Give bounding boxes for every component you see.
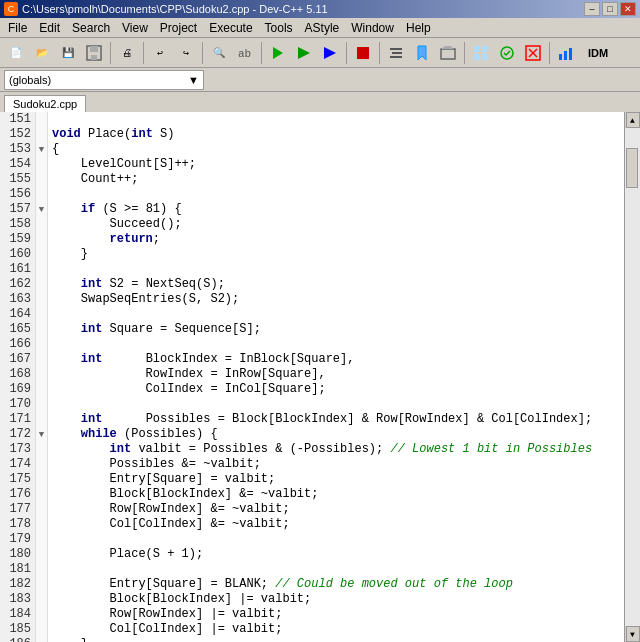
svg-marker-5 <box>298 47 310 59</box>
menu-window[interactable]: Window <box>345 18 400 37</box>
line-number: 178 <box>0 517 35 532</box>
code-line: Succeed(); <box>52 217 624 232</box>
tab-sudoku2[interactable]: Sudoku2.cpp <box>4 95 86 112</box>
line-number: 159 <box>0 232 35 247</box>
fold-marker[interactable]: ▼ <box>36 427 47 442</box>
line-number: 164 <box>0 307 35 322</box>
scroll-down-button[interactable]: ▼ <box>626 626 640 642</box>
open-button[interactable]: 📂 <box>30 41 54 65</box>
code-line: Entry[Square] = valbit; <box>52 472 624 487</box>
save-all-button[interactable] <box>82 41 106 65</box>
extra-btn1[interactable] <box>469 41 493 65</box>
fold-marker <box>36 532 47 547</box>
fold-marker <box>36 577 47 592</box>
find-button[interactable]: 🔍 <box>207 41 231 65</box>
menu-help[interactable]: Help <box>400 18 437 37</box>
extra-btn2[interactable] <box>495 41 519 65</box>
line-number: 169 <box>0 382 35 397</box>
line-number: 184 <box>0 607 35 622</box>
line-number: 157 <box>0 202 35 217</box>
fold-marker <box>36 112 47 127</box>
line-number: 170 <box>0 397 35 412</box>
menu-astyle[interactable]: AStyle <box>299 18 346 37</box>
globals-value: (globals) <box>9 74 51 86</box>
menu-search[interactable]: Search <box>66 18 116 37</box>
line-number: 162 <box>0 277 35 292</box>
code-line: } <box>52 637 624 642</box>
svg-text:ab: ab <box>238 48 251 60</box>
fold-marker <box>36 592 47 607</box>
menu-tools[interactable]: Tools <box>259 18 299 37</box>
line-number: 161 <box>0 262 35 277</box>
svg-rect-12 <box>474 46 480 52</box>
replace-button[interactable]: ab <box>233 41 257 65</box>
debug-button[interactable] <box>318 41 342 65</box>
code-line <box>52 337 624 352</box>
extra-btn3[interactable] <box>521 41 545 65</box>
code-line <box>52 187 624 202</box>
save-button[interactable]: 💾 <box>56 41 80 65</box>
line-number: 176 <box>0 487 35 502</box>
close-button[interactable]: ✕ <box>620 2 636 16</box>
code-line: Col[ColIndex] |= valbit; <box>52 622 624 637</box>
minimize-button[interactable]: – <box>584 2 600 16</box>
menu-view[interactable]: View <box>116 18 154 37</box>
fold-marker <box>36 412 47 427</box>
code-content[interactable]: void Place(int S){ LevelCount[S]++; Coun… <box>48 112 624 642</box>
code-line: Count++; <box>52 172 624 187</box>
svg-rect-10 <box>390 56 402 58</box>
scroll-track[interactable] <box>625 128 640 626</box>
code-line <box>52 262 624 277</box>
scroll-up-button[interactable]: ▲ <box>626 112 640 128</box>
maximize-button[interactable]: □ <box>602 2 618 16</box>
undo-button[interactable]: ↩ <box>148 41 172 65</box>
code-line <box>52 532 624 547</box>
line-number: 151 <box>0 112 35 127</box>
line-number: 173 <box>0 442 35 457</box>
idm-button[interactable]: IDM <box>580 41 616 65</box>
svg-rect-21 <box>564 51 567 60</box>
fold-marker <box>36 517 47 532</box>
project-button[interactable] <box>436 41 460 65</box>
menu-file[interactable]: File <box>2 18 33 37</box>
tab-bar: Sudoku2.cpp <box>0 92 640 112</box>
new-button[interactable]: 📄 <box>4 41 28 65</box>
print-button[interactable]: 🖨 <box>115 41 139 65</box>
redo-button[interactable]: ↪ <box>174 41 198 65</box>
code-line: Row[RowIndex] |= valbit; <box>52 607 624 622</box>
code-line: return; <box>52 232 624 247</box>
svg-marker-6 <box>324 47 336 59</box>
fold-marker <box>36 637 47 642</box>
bookmark-button[interactable] <box>410 41 434 65</box>
fold-marker <box>36 292 47 307</box>
line-number: 152 <box>0 127 35 142</box>
line-number: 168 <box>0 367 35 382</box>
vertical-scrollbar[interactable]: ▲ ▼ <box>624 112 640 642</box>
run-button[interactable] <box>292 41 316 65</box>
code-line: Block[BlockIndex] &= ~valbit; <box>52 487 624 502</box>
menu-project[interactable]: Project <box>154 18 203 37</box>
title-bar: C C:\Users\pmolh\Documents\CPP\Sudoku2.c… <box>0 0 640 18</box>
line-number: 183 <box>0 592 35 607</box>
compile-button[interactable] <box>266 41 290 65</box>
fold-marker[interactable]: ▼ <box>36 142 47 157</box>
fold-marker[interactable]: ▼ <box>36 202 47 217</box>
code-line: RowIndex = InRow[Square], <box>52 367 624 382</box>
fold-marker <box>36 397 47 412</box>
line-number: 185 <box>0 622 35 637</box>
code-line <box>52 397 624 412</box>
svg-rect-15 <box>482 54 488 60</box>
code-line: Row[RowIndex] &= ~valbit; <box>52 502 624 517</box>
svg-rect-2 <box>91 55 97 60</box>
globals-dropdown[interactable]: (globals) ▼ <box>4 70 204 90</box>
fold-marker <box>36 157 47 172</box>
code-line: Possibles &= ~valbit; <box>52 457 624 472</box>
svg-rect-22 <box>569 48 572 60</box>
chart-button[interactable] <box>554 41 578 65</box>
line-number: 180 <box>0 547 35 562</box>
stop-button[interactable] <box>351 41 375 65</box>
menu-edit[interactable]: Edit <box>33 18 66 37</box>
scroll-thumb[interactable] <box>626 148 638 188</box>
menu-execute[interactable]: Execute <box>203 18 258 37</box>
indent-button[interactable] <box>384 41 408 65</box>
